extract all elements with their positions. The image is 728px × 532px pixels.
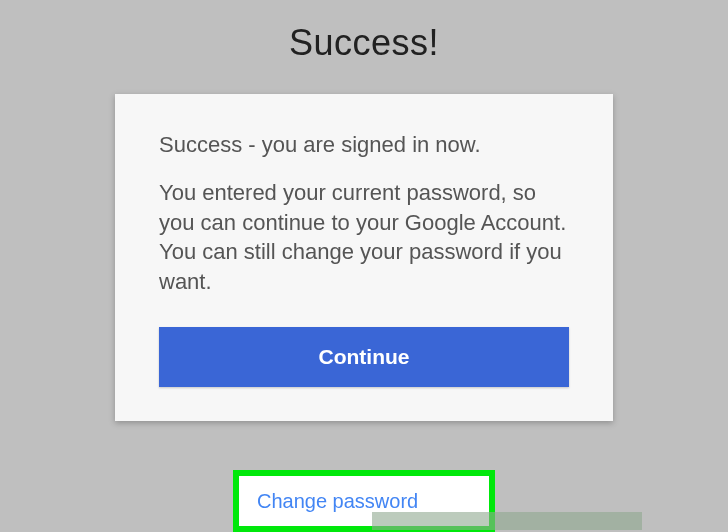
- success-card: Success - you are signed in now. You ent…: [115, 94, 613, 421]
- watermark-bar: [372, 512, 642, 530]
- page-title: Success!: [0, 0, 728, 94]
- card-body-text: You entered your current password, so yo…: [159, 178, 569, 297]
- card-heading: Success - you are signed in now.: [159, 132, 569, 158]
- continue-button[interactable]: Continue: [159, 327, 569, 387]
- change-password-link[interactable]: Change password: [257, 490, 418, 513]
